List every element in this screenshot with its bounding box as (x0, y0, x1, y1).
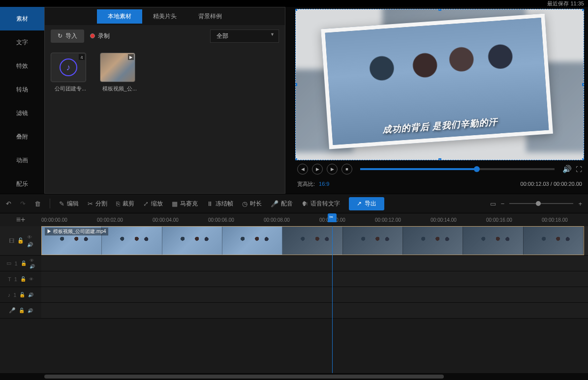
zoom-slider[interactable] (509, 203, 573, 204)
redo-button[interactable]: ↷ (20, 200, 26, 207)
text-icon: T (8, 276, 11, 282)
lock-icon[interactable]: 🔓 (17, 237, 24, 244)
playhead[interactable] (332, 226, 333, 373)
mic-icon: 🎤 (9, 307, 16, 314)
play-button[interactable]: ▶ (312, 164, 323, 175)
zoom-out-button[interactable]: − (501, 200, 505, 207)
preview-caption: 成功的背后 是我们辛勤的汗 (382, 116, 497, 136)
speech-to-text-button[interactable]: 🗣语音转文字 (302, 200, 340, 208)
export-button[interactable]: ↗导出 (349, 197, 384, 210)
prev-frame-button[interactable]: ◀ (297, 164, 308, 175)
video-track: 🎞 🔓 👁 🔊 ▶ 模板视频_公司团建.mp4 (0, 226, 588, 256)
mic-icon: 🎤 (271, 200, 279, 207)
play-controls: ◀ ▶ ▶ ■ 🔊 ⛶ (295, 160, 584, 178)
last-save-label: 最近保存 11:35 (547, 0, 584, 6)
left-sidebar: 素材 文字 特效 转场 滤镜 叠附 动画 配乐 (0, 7, 44, 194)
mosaic-button[interactable]: ▦马赛克 (172, 200, 198, 208)
lock-icon[interactable]: 🔓 (19, 292, 25, 297)
fullscreen-icon[interactable]: ⛶ (576, 166, 582, 173)
undo-button[interactable]: ↶ (6, 200, 11, 207)
crop-icon: ⎘ (116, 200, 120, 207)
preview-content: 成功的背后 是我们辛勤的汗 (321, 14, 553, 149)
sidebar-item-animation[interactable]: 动画 (0, 148, 44, 172)
sidebar-item-transition[interactable]: 转场 (0, 78, 44, 101)
voice-track-head[interactable]: 🎤 🔓 🔊 (0, 303, 41, 318)
media-item-label: 模板视频_公... (100, 85, 139, 92)
import-button[interactable]: ↻ 导入 (51, 29, 84, 43)
lock-icon[interactable]: 🔓 (21, 261, 27, 266)
audio-badge-icon: ♫ (79, 54, 85, 60)
preview-window[interactable]: 成功的背后 是我们辛勤的汗 (295, 9, 584, 160)
clip-filename: ▶ 模板视频_公司团建.mp4 (45, 228, 108, 235)
music-track-head[interactable]: ♪ 1 🔓 🔊 (0, 287, 41, 302)
eye-icon[interactable]: 👁 (27, 234, 33, 240)
music-track: ♪ 1 🔓 🔊 (0, 287, 588, 303)
media-panel: 本地素材 精美片头 背景样例 ↻ 导入 录制 全部 ♪ ♫ 公司 (44, 7, 285, 194)
freeze-button[interactable]: ⏸冻结帧 (207, 200, 233, 208)
text-track: T 1 🔓 👁 (0, 271, 588, 287)
video-clip[interactable]: ▶ 模板视频_公司团建.mp4 (41, 226, 584, 255)
aspect-label: 宽高比: (297, 180, 315, 188)
stop-button[interactable]: ■ (341, 164, 352, 175)
sidebar-item-music[interactable]: 配乐 (0, 172, 44, 196)
sidebar-item-effects[interactable]: 特效 (0, 54, 44, 78)
add-track-button[interactable]: ≡+ (0, 213, 41, 226)
pencil-icon: ✎ (59, 200, 64, 207)
media-tabs: 本地素材 精美片头 背景样例 (45, 7, 285, 25)
layer-icon: ▭ (6, 260, 11, 266)
video-badge-icon: ▶ (128, 54, 134, 60)
fit-icon[interactable]: ▭ (490, 200, 496, 207)
overlay-track-head[interactable]: ▭ 1 🔓 👁 🔊 (0, 256, 41, 271)
voiceover-button[interactable]: 🎤配音 (271, 200, 293, 208)
eye-icon[interactable]: 👁 (29, 277, 33, 282)
sidebar-item-filter[interactable]: 滤镜 (0, 101, 44, 125)
speech-icon: 🗣 (302, 200, 308, 207)
edit-button[interactable]: ✎编辑 (59, 200, 79, 208)
overlay-track: ▭ 1 🔓 👁 🔊 (0, 256, 588, 271)
playback-progress[interactable] (360, 168, 555, 170)
volume-icon[interactable]: 🔊 (562, 165, 572, 174)
next-frame-button[interactable]: ▶ (327, 164, 338, 175)
timeline-scrollbar[interactable] (0, 373, 588, 380)
filter-dropdown[interactable]: 全部 (210, 29, 279, 43)
speaker-icon[interactable]: 🔊 (30, 264, 35, 269)
eye-icon[interactable]: 👁 (30, 258, 35, 263)
aspect-value[interactable]: 16:9 (319, 181, 329, 187)
sidebar-item-text[interactable]: 文字 (0, 30, 44, 54)
clock-icon: ◷ (242, 200, 248, 207)
sidebar-item-media[interactable]: 素材 (0, 7, 44, 30)
media-item-audio[interactable]: ♪ ♫ 公司团建专... (51, 53, 90, 92)
lock-icon[interactable]: 🔓 (19, 308, 25, 313)
tab-intro-templates[interactable]: 精美片头 (142, 9, 187, 24)
lock-icon[interactable]: 🔓 (20, 276, 26, 282)
text-track-head[interactable]: T 1 🔓 👁 (0, 271, 41, 287)
tab-local-media[interactable]: 本地素材 (97, 9, 142, 24)
crop-button[interactable]: ⎘裁剪 (116, 200, 134, 208)
record-button[interactable]: 录制 (90, 32, 110, 40)
speaker-icon[interactable]: 🔊 (27, 242, 33, 247)
delete-button[interactable]: 🗑 (34, 200, 41, 207)
speaker-icon[interactable]: 🔊 (28, 308, 33, 313)
video-track-head[interactable]: 🎞 🔓 👁 🔊 (0, 226, 41, 255)
media-grid: ♪ ♫ 公司团建专... ▶ 模板视频_公... (45, 47, 285, 98)
scale-icon: ⤢ (143, 200, 149, 207)
scrollbar-thumb[interactable] (44, 375, 444, 379)
duration-button[interactable]: ◷时长 (242, 200, 262, 208)
film-icon: 🎞 (9, 238, 14, 244)
music-note-icon: ♪ (60, 58, 77, 76)
refresh-icon: ↻ (58, 32, 62, 39)
media-item-label: 公司团建专... (51, 85, 90, 92)
preview-panel: 成功的背后 是我们辛勤的汗 ◀ ▶ ▶ ■ 🔊 ⛶ 宽高比: 16:9 (285, 7, 588, 194)
time-display: 00:00:12.03 / 00:00:20.00 (521, 181, 582, 187)
split-button[interactable]: ✂分割 (88, 200, 107, 208)
sidebar-item-overlay[interactable]: 叠附 (0, 125, 44, 148)
media-item-video[interactable]: ▶ 模板视频_公... (100, 53, 139, 92)
timeline-ruler[interactable]: 00:00:00.00 00:00:02.00 00:00:04.00 00:0… (41, 213, 588, 226)
tab-background-samples[interactable]: 背景样例 (187, 9, 233, 24)
scissors-icon: ✂ (88, 200, 93, 207)
zoom-in-button[interactable]: + (578, 200, 582, 207)
tracks-area: 🎞 🔓 👁 🔊 ▶ 模板视频_公司团建.mp4 ▭ 1 (0, 226, 588, 373)
scale-button[interactable]: ⤢缩放 (143, 200, 163, 208)
mosaic-icon: ▦ (172, 200, 178, 207)
speaker-icon[interactable]: 🔊 (28, 292, 33, 297)
